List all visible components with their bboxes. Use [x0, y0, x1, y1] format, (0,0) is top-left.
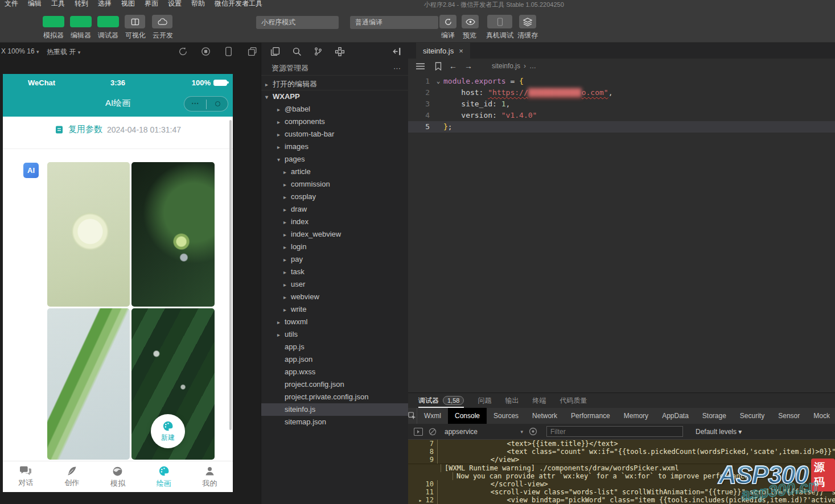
- fold-chevron-icon[interactable]: ⌄: [433, 76, 443, 87]
- tree-item[interactable]: utils: [261, 328, 409, 341]
- tab-siteinfo-js[interactable]: siteinfo.js ×: [416, 43, 470, 59]
- tree-item[interactable]: 打开的编辑器: [261, 78, 409, 90]
- mode-select[interactable]: 小程序模式: [256, 16, 339, 29]
- hot-reload-select[interactable]: 热重载 开 ▾: [47, 47, 80, 57]
- devtools-tab[interactable]: Sources: [487, 408, 525, 424]
- menu-item[interactable]: 选择: [98, 0, 112, 7]
- close-icon[interactable]: ×: [459, 47, 463, 55]
- code-area[interactable]: 1⌄module.exports = { 2 host: "https://██…: [408, 76, 835, 133]
- files-icon[interactable]: [270, 47, 280, 56]
- tree-item[interactable]: article: [261, 166, 409, 178]
- tree-item[interactable]: custom-tab-bar: [261, 128, 409, 141]
- tab-simulate[interactable]: 模拟: [95, 461, 141, 492]
- generated-image-1[interactable]: [47, 162, 130, 307]
- menu-item[interactable]: 视图: [121, 0, 135, 7]
- reuse-params-row[interactable]: 复用参数 2024-04-18 01:31:47: [3, 124, 233, 135]
- devtools-tab[interactable]: Sensor: [771, 408, 807, 424]
- visualize-button[interactable]: [125, 15, 145, 28]
- tree-item[interactable]: index_webview: [261, 228, 409, 241]
- device-select[interactable]: X 100% 16 ▾: [1, 47, 39, 55]
- tree-item[interactable]: images: [261, 141, 409, 153]
- miniapp-content[interactable]: 复用参数 2024-04-18 01:31:47 AI 新建: [3, 117, 233, 461]
- tree-item[interactable]: write: [261, 303, 409, 316]
- menu-item[interactable]: 设置: [168, 0, 182, 7]
- debugger-tab[interactable]: 问题: [478, 393, 491, 408]
- log-levels-select[interactable]: Default levels ▾: [696, 428, 742, 436]
- devtools-tab[interactable]: Mock: [807, 408, 835, 424]
- debugger-tab[interactable]: 代码质量: [560, 393, 587, 408]
- tree-item[interactable]: sitemap.json: [261, 416, 409, 428]
- tree-item[interactable]: app.json: [261, 353, 409, 366]
- tree-item[interactable]: WXAPP: [261, 90, 409, 103]
- devtools-tab[interactable]: Network: [525, 408, 564, 424]
- tree-item[interactable]: login: [261, 241, 409, 253]
- tree-item[interactable]: app.wxss: [261, 366, 409, 378]
- tree-item[interactable]: @babel: [261, 103, 409, 115]
- eval-icon[interactable]: [414, 428, 423, 436]
- menu-item[interactable]: 帮助: [191, 0, 205, 7]
- compile-button[interactable]: [439, 15, 456, 28]
- context-select[interactable]: appservice▾: [445, 428, 523, 436]
- cloud-dev-button[interactable]: [152, 15, 172, 28]
- outline-icon[interactable]: [416, 63, 425, 70]
- menu-item[interactable]: 转到: [75, 0, 88, 7]
- compile-mode-select[interactable]: 普通编译: [350, 16, 438, 29]
- tree-item[interactable]: components: [261, 115, 409, 128]
- close-circle-icon[interactable]: [215, 101, 220, 106]
- generated-image-3[interactable]: [47, 308, 130, 460]
- tree-item[interactable]: draw: [261, 203, 409, 216]
- extensions-icon[interactable]: [335, 47, 344, 56]
- tree-item[interactable]: index: [261, 216, 409, 228]
- tree-item[interactable]: user: [261, 278, 409, 291]
- phone-scrollbar[interactable]: [229, 120, 232, 430]
- clear-console-icon[interactable]: [429, 428, 437, 436]
- device-frame-icon[interactable]: [225, 47, 235, 57]
- tree-item[interactable]: cosplay: [261, 191, 409, 203]
- tree-item[interactable]: task: [261, 266, 409, 278]
- tree-item[interactable]: pages: [261, 153, 409, 166]
- tree-item[interactable]: project.config.json: [261, 378, 409, 391]
- preview-button[interactable]: [462, 15, 479, 28]
- devtools-tab[interactable]: Security: [733, 408, 771, 424]
- menu-item[interactable]: 文件: [5, 0, 18, 7]
- git-branch-icon[interactable]: [314, 47, 323, 56]
- debugger-tab[interactable]: 输出: [505, 393, 519, 408]
- editor-toggle[interactable]: [70, 16, 92, 27]
- console-output[interactable]: 7 <text>{{item.title}}</text> 8 <text cl…: [408, 440, 835, 504]
- tree-item[interactable]: siteinfo.js: [261, 403, 409, 416]
- devtools-tab[interactable]: AppData: [655, 408, 696, 424]
- inspect-cursor-icon[interactable]: [408, 408, 417, 424]
- new-drawing-fab[interactable]: 新建: [151, 414, 185, 448]
- simulator-toggle[interactable]: [43, 16, 64, 27]
- generated-image-2[interactable]: [131, 162, 215, 307]
- bookmark-icon[interactable]: [435, 62, 442, 71]
- tree-item[interactable]: app.js: [261, 341, 409, 353]
- breadcrumb[interactable]: siteinfo.js › …: [492, 62, 536, 70]
- tree-item[interactable]: towxml: [261, 316, 409, 328]
- tab-draw[interactable]: 绘画: [141, 461, 187, 492]
- debugger-toggle[interactable]: [97, 16, 119, 27]
- tree-item[interactable]: commission: [261, 178, 409, 191]
- tab-chat[interactable]: 对话: [3, 461, 49, 492]
- record-icon[interactable]: [201, 47, 211, 57]
- tree-item[interactable]: project.private.config.json: [261, 391, 409, 403]
- devtools-tab[interactable]: Wxml: [417, 408, 448, 424]
- menu-item[interactable]: 界面: [145, 0, 158, 7]
- menu-item[interactable]: 编辑: [28, 0, 42, 7]
- rotate-icon[interactable]: [178, 47, 188, 57]
- debugger-tab[interactable]: 调试器1,58: [418, 393, 464, 408]
- tree-item[interactable]: pay: [261, 253, 409, 266]
- clear-cache-button[interactable]: [519, 15, 536, 28]
- reuse-params-label[interactable]: 复用参数: [68, 124, 102, 135]
- collapse-sidebar-icon[interactable]: [392, 47, 402, 59]
- capsule-menu[interactable]: ⋯: [184, 96, 228, 111]
- device-debug-button[interactable]: [487, 15, 512, 28]
- more-actions-icon[interactable]: ···: [393, 64, 401, 72]
- debugger-tab[interactable]: 终端: [532, 393, 546, 408]
- tab-create[interactable]: 创作: [49, 461, 95, 492]
- devtools-tab[interactable]: Console: [448, 408, 487, 424]
- search-icon[interactable]: [292, 47, 302, 56]
- devtools-tab[interactable]: Performance: [564, 408, 617, 424]
- nav-forward-icon[interactable]: →: [464, 61, 472, 71]
- menu-item[interactable]: 微信开发者工具: [215, 0, 262, 7]
